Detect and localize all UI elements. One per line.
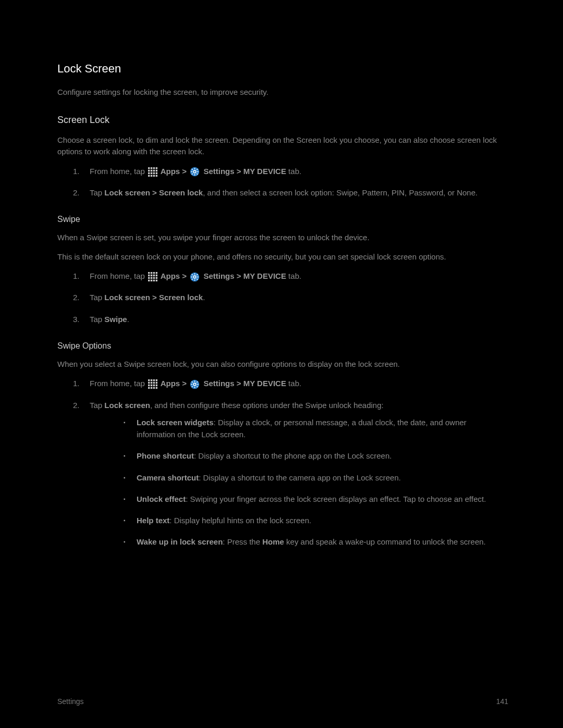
step-item: From home, tap Apps > Settings > MY DEVI… — [57, 165, 506, 177]
svg-rect-28 — [156, 272, 157, 274]
svg-rect-63 — [151, 387, 152, 389]
step-item: Tap Lock screen > Screen lock, and then … — [57, 187, 506, 199]
step-item: Tap Lock screen > Screen lock. — [57, 291, 506, 303]
svg-rect-45 — [198, 276, 199, 277]
svg-rect-10 — [153, 172, 155, 174]
apps-label: Apps > — [158, 379, 189, 388]
footer-section: Settings — [57, 696, 84, 707]
svg-rect-31 — [153, 275, 155, 276]
svg-rect-50 — [148, 379, 150, 381]
svg-rect-34 — [151, 277, 152, 279]
svg-rect-62 — [148, 387, 150, 389]
option-text: : Press the — [223, 537, 262, 546]
step-text: Tap — [90, 401, 104, 410]
svg-rect-25 — [148, 272, 150, 274]
steps-swipe-options: From home, tap Apps > Settings > MY DEVI… — [57, 377, 506, 548]
heading-screen-lock: Screen Lock — [57, 113, 506, 127]
step-text: Tap — [90, 293, 104, 302]
apps-label: Apps > — [158, 167, 189, 176]
svg-rect-1 — [151, 167, 152, 169]
page-title: Lock Screen — [57, 60, 506, 77]
path-text: Lock screen — [104, 401, 150, 410]
svg-rect-0 — [148, 167, 150, 169]
option-label: Help text — [137, 516, 169, 525]
step-text: From home, tap — [90, 272, 147, 280]
list-item: Lock screen widgets: Display a clock, or… — [90, 416, 506, 441]
svg-rect-30 — [151, 275, 152, 276]
svg-rect-8 — [148, 172, 150, 174]
svg-rect-64 — [153, 387, 155, 389]
svg-rect-69 — [191, 384, 192, 385]
intro-text: Configure settings for locking the scree… — [57, 87, 506, 98]
tab-suffix: tab. — [286, 167, 301, 176]
option-label: Camera shortcut — [137, 473, 199, 482]
apps-grid-icon — [148, 379, 157, 389]
swipe-label: Swipe — [104, 315, 127, 324]
step-text: , and then select a screen lock option: … — [203, 188, 478, 197]
gear-icon — [190, 379, 200, 389]
list-item: Camera shortcut: Display a shortcut to t… — [90, 472, 506, 484]
heading-swipe: Swipe — [57, 213, 506, 226]
svg-rect-18 — [194, 174, 195, 175]
svg-rect-29 — [148, 275, 150, 276]
svg-rect-26 — [151, 272, 152, 274]
list-item: Help text: Display helpful hints on the … — [90, 514, 506, 526]
option-text: : Swiping your finger across the lock sc… — [186, 495, 486, 503]
svg-rect-70 — [198, 384, 199, 385]
svg-rect-17 — [194, 168, 195, 169]
svg-rect-38 — [151, 280, 152, 281]
step-text: . — [127, 315, 129, 324]
step-text: Tap — [90, 188, 104, 197]
svg-rect-57 — [156, 382, 157, 384]
svg-rect-52 — [153, 379, 155, 381]
option-text: key and speak a wake-up command to unloc… — [284, 537, 486, 546]
step-item: From home, tap Apps > Settings > MY DEVI… — [57, 270, 506, 282]
svg-rect-14 — [153, 175, 155, 176]
tab-suffix: tab. — [286, 272, 301, 280]
svg-rect-61 — [156, 385, 157, 386]
svg-rect-36 — [156, 277, 157, 279]
home-key: Home — [262, 537, 284, 546]
option-label: Unlock effect — [137, 495, 186, 503]
svg-rect-44 — [191, 276, 192, 277]
settings-label: Settings > MY DEVICE — [201, 272, 286, 280]
list-item: Phone shortcut: Display a shortcut to th… — [90, 450, 506, 462]
svg-rect-68 — [194, 387, 195, 388]
path-text: Lock screen > Screen lock — [104, 293, 203, 302]
svg-rect-65 — [156, 387, 157, 389]
step-item: From home, tap Apps > Settings > MY DEVI… — [57, 377, 506, 389]
option-text: : Display a shortcut to the camera app o… — [199, 473, 401, 482]
svg-rect-37 — [148, 280, 150, 281]
step-text: Tap — [90, 315, 104, 324]
svg-rect-9 — [151, 172, 152, 174]
svg-rect-54 — [148, 382, 150, 384]
settings-label: Settings > MY DEVICE — [201, 167, 286, 176]
steps-screen-lock: From home, tap Apps > Settings > MY DEVI… — [57, 165, 506, 199]
svg-rect-5 — [151, 169, 152, 171]
svg-rect-3 — [156, 167, 157, 169]
step-item: Tap Swipe. — [57, 313, 506, 325]
svg-rect-6 — [153, 169, 155, 171]
heading-swipe-options: Swipe Options — [57, 340, 506, 352]
svg-rect-4 — [148, 169, 150, 171]
svg-rect-20 — [198, 171, 199, 172]
option-label: Phone shortcut — [137, 451, 194, 460]
page-footer: Settings 141 — [57, 696, 508, 707]
apps-grid-icon — [148, 272, 157, 281]
steps-swipe: From home, tap Apps > Settings > MY DEVI… — [57, 270, 506, 325]
option-text: : Display a shortcut to the phone app on… — [194, 451, 391, 460]
step-text: From home, tap — [90, 167, 147, 176]
svg-rect-27 — [153, 272, 155, 274]
option-label: Lock screen widgets — [137, 418, 214, 427]
svg-rect-40 — [156, 280, 157, 281]
svg-rect-51 — [151, 379, 152, 381]
svg-rect-13 — [151, 175, 152, 176]
step-text: , and then configure these options under… — [150, 401, 384, 410]
svg-rect-53 — [156, 379, 157, 381]
step-text: . — [203, 293, 205, 302]
apps-grid-icon — [148, 167, 157, 177]
svg-rect-42 — [194, 273, 195, 274]
svg-rect-15 — [156, 175, 157, 176]
svg-rect-19 — [191, 171, 192, 172]
swipe-opts-desc: When you select a Swipe screen lock, you… — [57, 359, 506, 371]
